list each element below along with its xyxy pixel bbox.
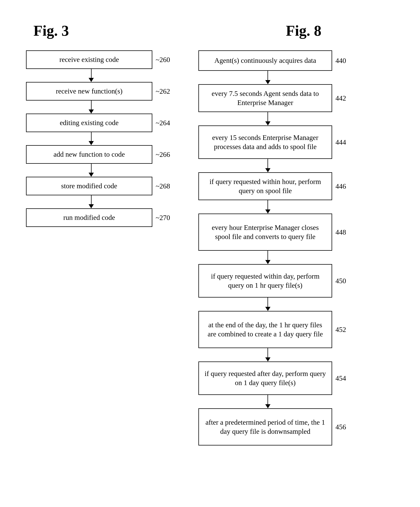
fig3-row-264: editing existing code ~264 (26, 113, 170, 132)
fig3-ref-264: ~264 (156, 119, 170, 127)
fig3-node-268: store modified code (26, 177, 152, 195)
fig8-ref-456: 456 (336, 423, 346, 431)
fig8-ref-444: 444 (336, 138, 346, 146)
fig8-node-448: every hour Enterprise Manager closes spo… (198, 213, 332, 251)
fig8-row-448: every hour Enterprise Manager closes spo… (198, 213, 346, 251)
fig3-ref-262: ~262 (156, 87, 170, 95)
fig8-node-450: if query requested within day, perform q… (198, 264, 332, 297)
fig3-title: Fig. 3 (34, 22, 195, 39)
fig8-ref-450: 450 (336, 277, 346, 285)
fig3-row-270: run modified code ~270 (26, 208, 170, 227)
fig8-row-454: if query requested after day, perform qu… (198, 361, 346, 395)
fig8-node-442: every 7.5 seconds Agent sends data to En… (198, 84, 332, 112)
fig8-ref-442: 442 (336, 94, 346, 102)
fig3-row-266: add new function to code ~266 (26, 145, 170, 164)
fig8-ref-454: 454 (336, 374, 346, 382)
fig8-node-452: at the end of the day, the 1 hr query fi… (198, 311, 332, 348)
fig8-arrow-8 (265, 395, 270, 408)
fig8-arrow-4 (265, 200, 270, 213)
fig8-row-444: every 15 seconds Enterprise Manager proc… (198, 126, 346, 159)
fig8-arrow-5 (265, 251, 270, 264)
fig3-ref-266: ~266 (156, 150, 170, 159)
fig3-arrow-4 (89, 164, 94, 177)
fig8-arrow-3 (265, 159, 270, 172)
fig8-flow: Agent(s) continuously acquires data 440 … (198, 50, 409, 445)
fig3-row-262: receive new function(s) ~262 (26, 82, 170, 100)
fig8-row-442: every 7.5 seconds Agent sends data to En… (198, 84, 346, 112)
fig8-node-446: if query requested within hour, perform … (198, 172, 332, 200)
fig8-ref-440: 440 (336, 56, 346, 65)
fig8-arrow-1 (265, 71, 270, 84)
fig8-row-456: after a predetermined period of time, th… (198, 408, 346, 445)
fig3-node-270: run modified code (26, 208, 152, 227)
fig8-node-456: after a predetermined period of time, th… (198, 408, 332, 445)
fig3-ref-270: ~270 (156, 213, 170, 222)
page: Fig. 3 receive existing code ~260 receiv… (0, 0, 420, 507)
fig8-arrow-7 (265, 348, 270, 361)
fig8-ref-446: 446 (336, 182, 346, 190)
fig8-ref-452: 452 (336, 325, 346, 334)
fig3-arrow-2 (89, 100, 94, 113)
fig8-arrow-6 (265, 297, 270, 311)
fig3-ref-260: ~260 (156, 56, 170, 64)
fig8-ref-448: 448 (336, 228, 346, 236)
fig3-node-262: receive new function(s) (26, 82, 152, 100)
fig3-ref-268: ~268 (156, 182, 170, 190)
fig3-node-266: add new function to code (26, 145, 152, 164)
fig3-arrow-1 (89, 69, 94, 82)
fig8-row-452: at the end of the day, the 1 hr query fi… (198, 311, 346, 348)
fig3-arrow-5 (89, 195, 94, 208)
fig8-node-440: Agent(s) continuously acquires data (198, 50, 332, 71)
fig8-row-450: if query requested within day, perform q… (198, 264, 346, 297)
fig8-title: Fig. 8 (198, 22, 409, 39)
fig8-row-440: Agent(s) continuously acquires data 440 (198, 50, 346, 71)
fig8-node-454: if query requested after day, perform qu… (198, 361, 332, 395)
fig8-column: Fig. 8 Agent(s) continuously acquires da… (184, 15, 409, 492)
fig3-row-268: store modified code ~268 (26, 177, 170, 195)
fig3-column: Fig. 3 receive existing code ~260 receiv… (11, 15, 184, 492)
fig3-flow: receive existing code ~260 receive new f… (22, 50, 184, 227)
fig3-row-260: receive existing code ~260 (26, 50, 170, 69)
fig3-node-264: editing existing code (26, 113, 152, 132)
fig3-arrow-3 (89, 132, 94, 145)
fig8-row-446: if query requested within hour, perform … (198, 172, 346, 200)
fig8-node-444: every 15 seconds Enterprise Manager proc… (198, 126, 332, 159)
fig8-arrow-2 (265, 112, 270, 126)
fig3-node-260: receive existing code (26, 50, 152, 69)
